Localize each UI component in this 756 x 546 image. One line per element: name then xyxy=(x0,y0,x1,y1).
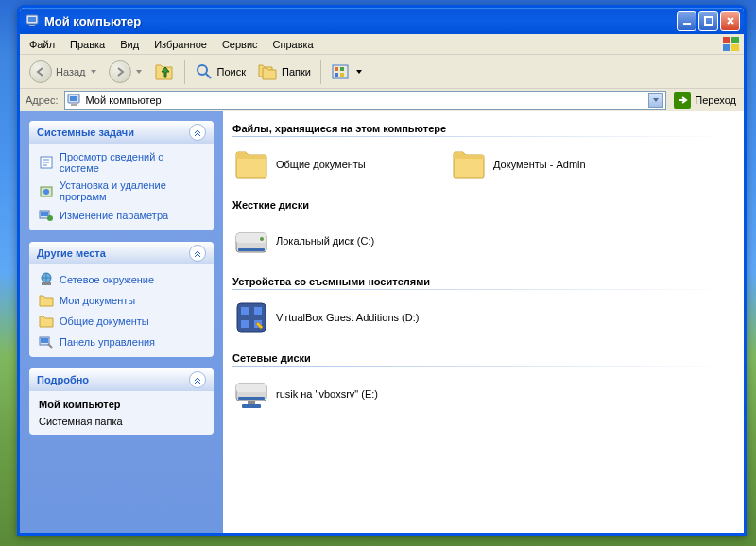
place-control-panel[interactable]: Панель управления xyxy=(39,334,204,350)
svg-rect-18 xyxy=(731,44,739,51)
views-button[interactable] xyxy=(327,58,367,86)
task-add-remove[interactable]: Установка и удаление программ xyxy=(39,179,204,202)
item-admin-documents[interactable]: Документы - Admin xyxy=(450,146,648,182)
search-button[interactable]: Поиск xyxy=(191,58,249,86)
svg-point-27 xyxy=(43,189,49,195)
section-network-drives: Сетевые диски rusik на "vboxsrv" (E:) xyxy=(232,349,734,412)
svg-rect-17 xyxy=(723,44,730,51)
titlebar[interactable]: Мой компьютер xyxy=(20,8,744,34)
svg-rect-16 xyxy=(731,37,739,43)
item-local-disk-c[interactable]: Локальный диск (C:) xyxy=(232,223,431,259)
place-network[interactable]: Сетевое окружение xyxy=(39,272,204,287)
section-header: Файлы, хранящиеся на этом компьютере xyxy=(232,119,734,134)
task-change-setting[interactable]: Изменение параметра xyxy=(39,208,204,223)
menu-favorites[interactable]: Избранное xyxy=(146,37,215,52)
place-shared-documents[interactable]: Общие документы xyxy=(39,314,204,329)
address-dropdown[interactable] xyxy=(648,93,663,108)
item-shared-documents[interactable]: Общие документы xyxy=(232,146,431,182)
section-header: Сетевые диски xyxy=(232,349,734,364)
task-system-info[interactable]: Просмотр сведений о системе xyxy=(39,151,204,174)
go-icon xyxy=(674,92,691,109)
place-my-documents[interactable]: Мои документы xyxy=(39,293,204,308)
address-field[interactable]: Мой компьютер xyxy=(64,91,667,110)
menu-view[interactable]: Вид xyxy=(112,37,146,52)
collapse-icon[interactable] xyxy=(189,245,206,262)
svg-rect-24 xyxy=(340,73,344,77)
dropdown-icon xyxy=(135,68,143,76)
section-removable: Устройства со съемными носителями Virtua… xyxy=(232,272,734,335)
computer-icon xyxy=(26,13,41,28)
svg-rect-14 xyxy=(705,17,713,25)
svg-rect-22 xyxy=(340,67,344,71)
programs-icon xyxy=(39,183,54,198)
folder-icon xyxy=(39,314,54,329)
folders-button[interactable]: Папки xyxy=(253,58,315,86)
svg-rect-23 xyxy=(335,73,338,77)
menubar: Файл Правка Вид Избранное Сервис Справка xyxy=(20,34,744,55)
svg-rect-29 xyxy=(41,212,48,216)
window-title: Мой компьютер xyxy=(44,14,675,28)
menu-edit[interactable]: Правка xyxy=(62,37,112,52)
details-type: Системная папка xyxy=(39,416,204,427)
panel-header[interactable]: Другие места xyxy=(29,242,214,264)
explorer-window: Мой компьютер Файл Правка Вид Избранное … xyxy=(17,5,747,536)
separator xyxy=(320,60,321,84)
address-value: Мой компьютер xyxy=(86,94,162,106)
close-button[interactable] xyxy=(720,11,740,31)
menu-tools[interactable]: Сервис xyxy=(215,37,266,52)
section-hard-drives: Жесткие диски Локальный диск (C:) xyxy=(232,196,734,259)
dropdown-icon xyxy=(355,68,363,76)
forward-button[interactable] xyxy=(105,58,146,86)
folder-icon xyxy=(450,146,488,182)
maximize-button[interactable] xyxy=(698,11,718,31)
section-header: Жесткие диски xyxy=(232,196,734,211)
panel-header[interactable]: Системные задачи xyxy=(29,121,214,144)
folder-up-icon xyxy=(154,61,175,82)
side-panel: Системные задачи Просмотр сведений о сис… xyxy=(20,111,223,533)
item-network-drive-e[interactable]: rusik на "vboxsrv" (E:) xyxy=(232,376,431,412)
panel-system-tasks: Системные задачи Просмотр сведений о сис… xyxy=(29,121,214,230)
network-icon xyxy=(39,272,54,287)
svg-rect-34 xyxy=(41,338,48,343)
dropdown-icon xyxy=(90,68,97,76)
views-icon xyxy=(331,62,352,81)
item-cd-drive-d[interactable]: VirtualBox Guest Additions (D:) xyxy=(232,299,431,335)
details-name: Мой компьютер xyxy=(39,399,204,410)
svg-rect-21 xyxy=(335,67,338,71)
content-area: Системные задачи Просмотр сведений о сис… xyxy=(20,111,744,533)
up-button[interactable] xyxy=(150,58,179,86)
panel-details: Подробно Мой компьютер Системная папка xyxy=(29,368,214,435)
svg-point-19 xyxy=(198,65,207,75)
back-button[interactable]: Назад xyxy=(26,58,101,86)
menu-help[interactable]: Справка xyxy=(266,37,321,52)
back-icon xyxy=(29,60,52,83)
cd-drive-icon xyxy=(232,299,270,335)
svg-rect-13 xyxy=(683,23,691,25)
section-files: Файлы, хранящиеся на этом компьютере Общ… xyxy=(232,119,734,182)
windows-logo-icon xyxy=(723,37,740,52)
panel-header[interactable]: Подробно xyxy=(29,368,214,391)
address-label: Адрес: xyxy=(24,94,60,106)
main-area: Файлы, хранящиеся на этом компьютере Общ… xyxy=(223,111,744,533)
collapse-icon[interactable] xyxy=(189,371,206,388)
address-bar: Адрес: Мой компьютер Переход xyxy=(20,89,744,111)
toolbar: Назад Поиск Папки xyxy=(20,55,744,89)
folders-icon xyxy=(257,62,278,81)
folder-icon xyxy=(232,146,270,182)
section-header: Устройства со съемными носителями xyxy=(232,272,734,287)
svg-rect-32 xyxy=(42,282,51,285)
computer-icon xyxy=(67,93,82,108)
settings-icon xyxy=(39,208,54,223)
panel-other-places: Другие места Сетевое окружение Мои докум… xyxy=(29,242,214,357)
folder-icon xyxy=(39,293,54,308)
svg-rect-15 xyxy=(723,37,730,43)
collapse-icon[interactable] xyxy=(189,124,206,141)
hard-drive-icon xyxy=(232,223,270,259)
menu-file[interactable]: Файл xyxy=(22,37,62,52)
minimize-button[interactable] xyxy=(677,11,696,31)
search-icon xyxy=(195,62,214,81)
go-button[interactable]: Переход xyxy=(670,91,740,110)
info-icon xyxy=(39,155,54,170)
control-panel-icon xyxy=(39,334,54,350)
forward-icon xyxy=(109,60,131,83)
